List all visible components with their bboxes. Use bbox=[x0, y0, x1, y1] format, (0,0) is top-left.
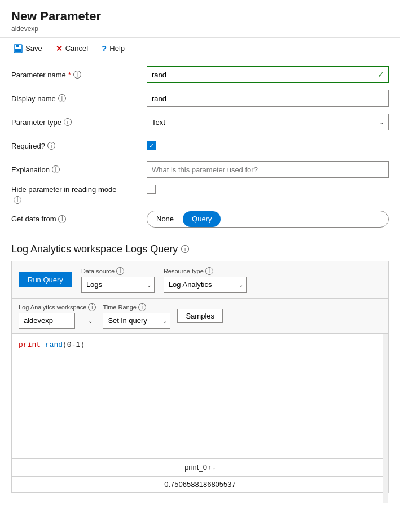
explanation-input[interactable] bbox=[147, 161, 389, 178]
query-section-info-icon[interactable]: i bbox=[181, 245, 189, 253]
param-name-row: Parameter name * i ✓ bbox=[11, 66, 389, 83]
param-type-select[interactable]: Text Integer Double Boolean DateTime Dur… bbox=[147, 114, 389, 130]
workspace-label: Log Analytics workspace i bbox=[19, 303, 96, 311]
results-table: print_0 ↑ ↓ 0.7506588186805537 bbox=[12, 458, 388, 492]
code-editor[interactable]: print rand(0-1) bbox=[12, 334, 388, 458]
keyword-print: print bbox=[19, 341, 41, 349]
valid-checkmark-icon: ✓ bbox=[377, 70, 384, 79]
page-subtitle: aidevexp bbox=[11, 25, 389, 33]
query-panel: Run Query Data source i Logs Metrics Res… bbox=[11, 261, 389, 493]
resource-type-select-wrapper: Log Analytics Azure Monitor Application … bbox=[164, 277, 247, 293]
results-value: 0.7506588186805537 bbox=[164, 480, 236, 489]
required-label: Required? i bbox=[11, 142, 147, 150]
save-label: Save bbox=[25, 44, 42, 53]
workspace-info-icon[interactable]: i bbox=[88, 303, 96, 311]
results-header-row: print_0 ↑ ↓ bbox=[12, 459, 388, 477]
help-button[interactable]: ? Help bbox=[99, 42, 127, 54]
hide-param-checkbox[interactable] bbox=[147, 185, 156, 194]
sort-desc-icon[interactable]: ↓ bbox=[212, 464, 216, 470]
hide-param-row: Hide parameter in reading mode i bbox=[11, 185, 389, 204]
get-data-info-icon[interactable]: i bbox=[58, 215, 66, 223]
get-data-row: Get data from i None Query bbox=[11, 211, 389, 228]
query-panel-header: Run Query Data source i Logs Metrics Res… bbox=[12, 261, 388, 299]
keyword-rand: rand bbox=[45, 341, 63, 349]
explanation-label: Explanation i bbox=[11, 165, 147, 174]
code-args: (0-1) bbox=[63, 341, 85, 349]
get-data-none-option[interactable]: None bbox=[147, 211, 183, 227]
data-source-label: Data source i bbox=[81, 267, 155, 275]
help-icon: ? bbox=[102, 43, 107, 53]
results-column-name: print_0 bbox=[184, 463, 207, 472]
explanation-info-icon[interactable]: i bbox=[52, 165, 60, 173]
param-type-select-wrapper: Text Integer Double Boolean DateTime Dur… bbox=[147, 114, 389, 130]
hide-param-info-icon[interactable]: i bbox=[14, 196, 21, 204]
hide-param-label: Hide parameter in reading mode bbox=[11, 185, 147, 194]
get-data-query-option[interactable]: Query bbox=[183, 211, 221, 227]
data-source-group: Data source i Logs Metrics Resource Grap… bbox=[81, 267, 155, 293]
param-type-label: Parameter type i bbox=[11, 118, 147, 127]
resource-type-info-icon[interactable]: i bbox=[205, 267, 213, 275]
param-name-info-icon[interactable]: i bbox=[73, 71, 81, 79]
resource-type-label: Resource type i bbox=[164, 267, 247, 275]
cancel-button[interactable]: ✕ Cancel bbox=[54, 43, 90, 54]
required-info-icon[interactable]: i bbox=[47, 142, 55, 150]
display-name-field-wrapper bbox=[147, 90, 389, 107]
display-name-label: Display name i bbox=[11, 94, 147, 103]
query-section-title: Log Analytics workspace Logs Query i bbox=[0, 243, 400, 261]
workspace-select[interactable]: aidevexp bbox=[19, 313, 75, 329]
resource-type-select[interactable]: Log Analytics Azure Monitor Application … bbox=[164, 277, 247, 293]
time-range-select-wrapper: Set in query Last hour Last 24 hours ⌄ bbox=[103, 313, 170, 329]
time-range-group: Time Range i Set in query Last hour Last… bbox=[103, 303, 170, 329]
time-range-select[interactable]: Set in query Last hour Last 24 hours bbox=[103, 313, 170, 329]
code-editor-wrapper: print rand(0-1) bbox=[12, 334, 388, 458]
page-header: New Parameter aidevexp bbox=[0, 0, 400, 38]
resource-type-group: Resource type i Log Analytics Azure Moni… bbox=[164, 267, 247, 293]
toolbar: Save ✕ Cancel ? Help bbox=[0, 38, 400, 59]
display-name-row: Display name i bbox=[11, 90, 389, 107]
code-editor-scrollbar[interactable] bbox=[383, 334, 388, 458]
required-star: * bbox=[68, 71, 71, 79]
sort-asc-icon[interactable]: ↑ bbox=[208, 464, 212, 470]
display-name-input[interactable] bbox=[147, 90, 389, 107]
display-name-info-icon[interactable]: i bbox=[58, 94, 66, 102]
data-source-select[interactable]: Logs Metrics Resource Graph bbox=[81, 277, 155, 293]
get-data-toggle-group: None Query bbox=[147, 211, 389, 228]
data-source-select-wrapper: Logs Metrics Resource Graph ⌄ bbox=[81, 277, 155, 293]
results-scrollbar[interactable] bbox=[383, 458, 388, 503]
time-range-info-icon[interactable]: i bbox=[138, 303, 146, 311]
required-row: Required? i bbox=[11, 137, 389, 154]
hide-param-top: Hide parameter in reading mode bbox=[11, 185, 389, 194]
samples-button[interactable]: Samples bbox=[177, 309, 223, 323]
explanation-field-wrapper bbox=[147, 161, 389, 178]
run-query-button[interactable]: Run Query bbox=[19, 272, 72, 287]
param-name-label: Parameter name * i bbox=[11, 71, 147, 79]
form-area: Parameter name * i ✓ Display name i Para… bbox=[0, 59, 400, 243]
results-area: print_0 ↑ ↓ 0.7506588186805537 bbox=[12, 458, 388, 492]
required-checkbox-wrapper bbox=[147, 141, 389, 150]
param-type-row: Parameter type i Text Integer Double Boo… bbox=[11, 114, 389, 130]
workspace-chevron-icon: ⌄ bbox=[88, 317, 93, 324]
param-name-input[interactable] bbox=[147, 66, 389, 83]
svg-rect-1 bbox=[16, 45, 19, 47]
workspace-row: Log Analytics workspace i aidevexp ⌄ Tim… bbox=[12, 299, 388, 334]
results-data-row: 0.7506588186805537 bbox=[12, 477, 388, 492]
help-label: Help bbox=[109, 44, 125, 53]
code-line-1: print rand(0-1) bbox=[19, 339, 381, 351]
cancel-label: Cancel bbox=[65, 44, 88, 53]
page-title: New Parameter bbox=[11, 9, 389, 24]
get-data-toggle: None Query bbox=[147, 211, 389, 228]
explanation-row: Explanation i bbox=[11, 161, 389, 178]
required-checkbox[interactable] bbox=[147, 141, 156, 150]
svg-rect-2 bbox=[15, 49, 21, 52]
get-data-label: Get data from i bbox=[11, 215, 147, 223]
save-icon bbox=[14, 44, 23, 53]
time-range-label: Time Range i bbox=[103, 303, 170, 311]
cancel-icon: ✕ bbox=[56, 44, 63, 53]
hide-param-info-row: i bbox=[14, 195, 389, 204]
param-name-field-wrapper: ✓ bbox=[147, 66, 389, 83]
data-source-info-icon[interactable]: i bbox=[116, 267, 124, 275]
param-type-info-icon[interactable]: i bbox=[64, 118, 72, 126]
workspace-group: Log Analytics workspace i aidevexp ⌄ bbox=[19, 303, 96, 329]
save-button[interactable]: Save bbox=[11, 43, 45, 54]
workspace-select-wrapper: aidevexp ⌄ bbox=[19, 313, 96, 329]
